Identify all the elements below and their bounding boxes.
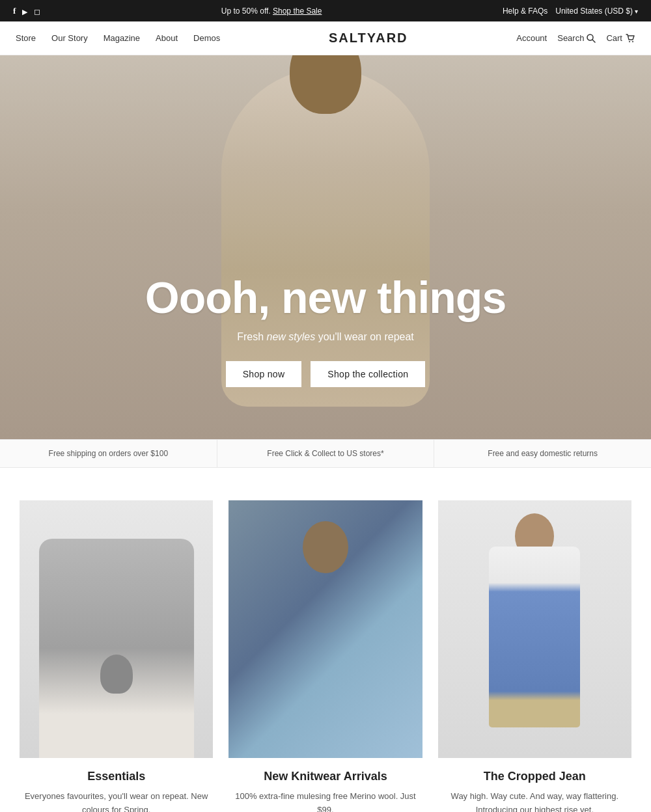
- search-icon: [587, 34, 596, 43]
- nav-links-left: Store Our Story Magazine About Demos: [16, 33, 220, 43]
- hero-headline: Oooh, new things: [145, 273, 506, 322]
- region-chevron-icon: [635, 7, 638, 16]
- svg-point-3: [632, 41, 633, 42]
- info-returns: Free and easy domestic returns: [434, 440, 651, 467]
- product-image-jean: [438, 500, 631, 758]
- hero-buttons: Shop now Shop the collection: [145, 361, 506, 387]
- info-click-collect: Free Click & Collect to US stores*: [217, 440, 435, 467]
- product-card-essentials[interactable]: Essentials Everyones favourites, you'll …: [20, 500, 213, 812]
- account-link[interactable]: Account: [516, 33, 547, 43]
- product-card-knitwear[interactable]: New Knitwear Arrivals 100% extra-fine mu…: [229, 500, 422, 812]
- nav-demos[interactable]: Demos: [193, 33, 220, 43]
- hero-section: Oooh, new things Fresh new styles you'll…: [0, 55, 651, 439]
- product-desc-knitwear: 100% extra-fine mulesing free Merino woo…: [229, 790, 422, 812]
- shop-collection-button[interactable]: Shop the collection: [311, 361, 425, 387]
- product-desc-essentials: Everyones favourites, you'll wear on rep…: [20, 790, 213, 812]
- product-title-knitwear: New Knitwear Arrivals: [229, 770, 422, 783]
- product-card-jean[interactable]: The Cropped Jean Way high. Way cute. And…: [438, 500, 631, 812]
- help-link[interactable]: Help & FAQs: [503, 7, 547, 16]
- product-title-jean: The Cropped Jean: [438, 770, 631, 783]
- cart-icon: [625, 33, 635, 44]
- facebook-icon[interactable]: [13, 5, 16, 16]
- nav-magazine[interactable]: Magazine: [104, 33, 140, 43]
- product-section: Essentials Everyones favourites, you'll …: [0, 468, 651, 812]
- svg-point-2: [629, 41, 630, 42]
- product-title-essentials: Essentials: [20, 770, 213, 783]
- announcement-bar: Up to 50% off. Shop the Sale Help & FAQs…: [0, 0, 651, 21]
- instagram-icon[interactable]: [34, 6, 40, 16]
- hero-subtext: Fresh new styles you'll wear on repeat: [145, 331, 506, 343]
- hero-content: Oooh, new things Fresh new styles you'll…: [145, 273, 506, 387]
- shop-now-button[interactable]: Shop now: [226, 361, 302, 387]
- social-icons: [13, 5, 40, 16]
- svg-line-1: [592, 40, 595, 42]
- product-image-knitwear: [229, 500, 422, 758]
- main-nav: Store Our Story Magazine About Demos SAL…: [0, 21, 651, 55]
- cart-link[interactable]: Cart: [606, 33, 635, 44]
- promo-link[interactable]: Shop the Sale: [273, 7, 322, 16]
- brand-logo[interactable]: SALTYARD: [329, 31, 408, 46]
- product-grid: Essentials Everyones favourites, you'll …: [20, 500, 631, 812]
- youtube-icon[interactable]: [22, 6, 27, 16]
- nav-store[interactable]: Store: [16, 33, 36, 43]
- promo-announcement: Up to 50% off. Shop the Sale: [40, 7, 503, 16]
- product-desc-jean: Way high. Way cute. And way, way flatter…: [438, 790, 631, 812]
- nav-our-story[interactable]: Our Story: [51, 33, 88, 43]
- info-bar: Free shipping on orders over $100 Free C…: [0, 439, 651, 468]
- region-selector[interactable]: United States (USD $): [555, 7, 638, 16]
- info-shipping: Free shipping on orders over $100: [0, 440, 217, 467]
- nav-about[interactable]: About: [156, 33, 178, 43]
- utility-links: Help & FAQs United States (USD $): [503, 7, 638, 16]
- nav-links-right: Account Search Cart: [516, 33, 635, 44]
- product-image-essentials: [20, 500, 213, 758]
- search-link[interactable]: Search: [557, 33, 596, 43]
